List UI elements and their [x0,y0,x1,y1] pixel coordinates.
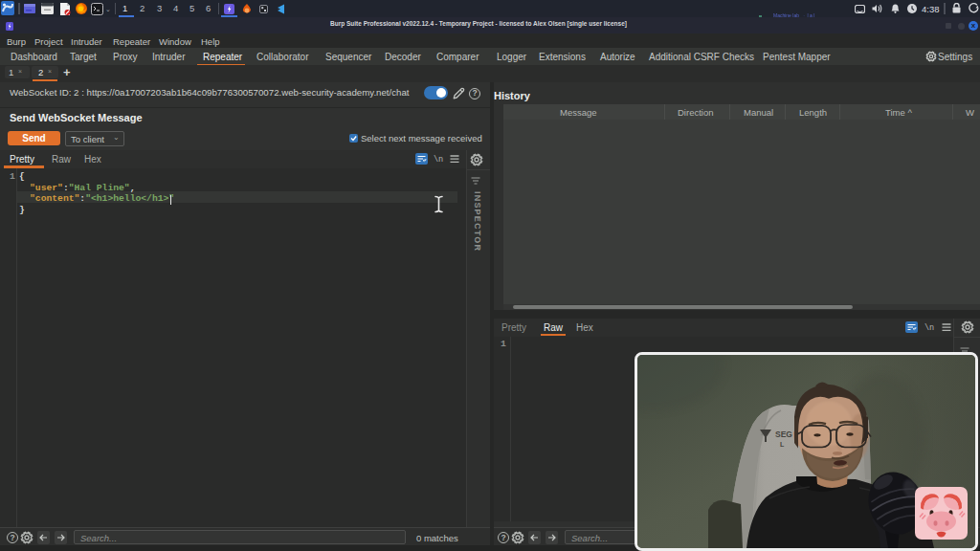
svg-text:L: L [780,441,785,448]
svg-text:SEG: SEG [775,430,792,439]
